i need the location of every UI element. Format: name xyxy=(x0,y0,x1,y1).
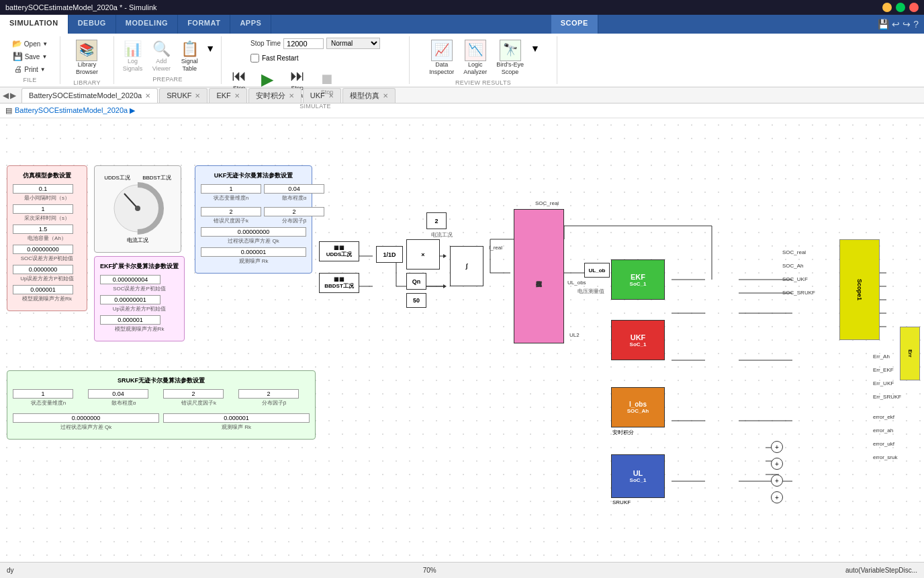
tab-ekf[interactable]: EKF ✕ xyxy=(209,88,246,103)
undo-icon[interactable]: ↩ xyxy=(892,19,900,30)
print-button[interactable]: 🖨 Print ▼ xyxy=(10,63,49,75)
tab-simulation[interactable]: SIMULATION xyxy=(0,15,68,34)
tab-srukf-close[interactable]: ✕ xyxy=(195,92,200,99)
tab-ahz-close[interactable]: ✕ xyxy=(289,92,294,99)
udds-source-block[interactable]: ▦▦ UDDS工况 xyxy=(319,241,359,261)
ukf-label-3: 错误尺度因子k xyxy=(201,217,261,224)
ukf-label-6: 观测噪声 Rk xyxy=(201,257,306,265)
close-button[interactable] xyxy=(909,3,919,12)
const-2-block[interactable]: 2 xyxy=(426,212,447,229)
sim-mode-select[interactable]: Normal Accelerator Rapid Accelerator xyxy=(326,38,380,49)
ukf-input-2[interactable] xyxy=(264,184,324,194)
soc-srukf-out-label: SOC_SRUKF xyxy=(782,290,815,296)
error-yellow-block[interactable]: Err xyxy=(900,327,920,380)
tab-scope[interactable]: SCOPE xyxy=(551,15,598,34)
ukf-input-3[interactable] xyxy=(201,207,261,216)
srukf-input-5[interactable] xyxy=(13,413,159,423)
tab-left-arrow[interactable]: ◀ xyxy=(3,91,9,100)
soc-real-out-label: SOC_real xyxy=(782,249,806,255)
tab-modeling[interactable]: MODELING xyxy=(116,15,178,34)
ekf-input-2[interactable] xyxy=(100,295,160,304)
ahz-block[interactable]: I_obs SOC_Ah xyxy=(611,387,665,427)
ukf-block[interactable]: UKF SoC_1 xyxy=(611,320,665,360)
model-sim-block[interactable]: 模型仿真 xyxy=(514,209,564,343)
log-signals-button[interactable]: 📊 LogSignals xyxy=(119,38,147,75)
sim-input-2[interactable] xyxy=(13,204,73,214)
open-button[interactable]: 📂 Open ▼ xyxy=(8,38,52,50)
open-label: Open xyxy=(24,40,40,48)
err-ukf-label: Err_UKF xyxy=(873,380,894,386)
file-buttons: 📂 Open ▼ 💾 Save ▼ 🖨 Print ▼ xyxy=(4,38,56,75)
fast-restart-checkbox[interactable] xyxy=(250,54,259,63)
ekf-block[interactable]: EKF SoC_1 xyxy=(611,259,665,300)
sim-input-1[interactable] xyxy=(13,184,73,194)
const-50-label: 50 xyxy=(413,297,420,304)
sim-input-4[interactable] xyxy=(13,245,73,254)
soc-ah-out-label: SOC_Ah xyxy=(782,263,804,269)
fast-restart-row: Fast Restart xyxy=(250,54,380,63)
srukf-input-2[interactable] xyxy=(88,389,148,399)
birds-eye-icon: 🔭 xyxy=(500,40,521,61)
electric-current-label: 电流工况 xyxy=(431,231,453,239)
srukf-input-4[interactable] xyxy=(238,389,299,399)
sim-input-5[interactable] xyxy=(13,265,73,274)
ukf-input-4[interactable] xyxy=(264,207,324,216)
minimize-button[interactable] xyxy=(882,3,892,12)
srukf-input-1[interactable] xyxy=(13,389,73,399)
sim-input-3[interactable] xyxy=(13,224,73,234)
signal-table-button[interactable]: 📋 SignalTable xyxy=(176,38,203,75)
tab-battery-model[interactable]: BatterySOCEstimateModel_2020a ✕ xyxy=(21,88,158,103)
tab-ekf-close[interactable]: ✕ xyxy=(234,92,240,99)
tab-debug[interactable]: DEBUG xyxy=(68,15,116,34)
add-viewer-button[interactable]: 🔍 AddViewer xyxy=(148,38,175,75)
simulink-canvas[interactable]: 仿真模型参数设置 最小间隔时间（s） 采次采样时间（s） 电池容量（Ah） SO… xyxy=(0,118,924,562)
stop-button[interactable]: ⏹ Stop xyxy=(314,69,340,97)
srukf-input-6[interactable] xyxy=(163,413,310,423)
tab-ekf-label: EKF xyxy=(216,91,230,99)
tab-model-sim[interactable]: 模型仿真 ✕ xyxy=(342,88,396,103)
data-inspector-label: DataInspector xyxy=(429,61,454,76)
data-inspector-button[interactable]: 📈 DataInspector xyxy=(425,38,458,78)
prepare-expand-icon[interactable]: ▼ xyxy=(204,38,216,54)
ekf-input-3[interactable] xyxy=(100,315,160,325)
sim-input-6[interactable] xyxy=(13,285,73,294)
sim-params-title: 仿真模型参数设置 xyxy=(13,171,81,180)
help-icon[interactable]: ? xyxy=(913,19,919,30)
ekf-input-1[interactable] xyxy=(100,275,160,284)
tab-srukf[interactable]: SRUKF ✕ xyxy=(159,88,207,103)
tab-model-sim-close[interactable]: ✕ xyxy=(383,92,388,99)
tab-format[interactable]: FORMAT xyxy=(178,15,230,34)
window-controls xyxy=(882,3,919,12)
srukf-block[interactable]: UL SoC_1 xyxy=(611,454,665,498)
const-50-block[interactable]: 50 xyxy=(406,293,426,308)
scope-yellow-block[interactable]: Scope1 xyxy=(839,239,880,340)
breadcrumb-text[interactable]: BatterySOCEstimateModel_2020a ▶ xyxy=(15,106,135,115)
redo-icon[interactable]: ↪ xyxy=(903,19,911,30)
stop-time-input[interactable] xyxy=(283,38,324,49)
svg-marker-33 xyxy=(443,284,447,288)
logic-analyzer-button[interactable]: 📉 LogicAnalyzer xyxy=(459,38,491,78)
step-back-icon: ⏮ xyxy=(232,67,246,85)
tab-apps[interactable]: APPS xyxy=(230,15,271,34)
ukf-input-1[interactable] xyxy=(201,184,261,194)
tab-ahz[interactable]: 安时积分 ✕ xyxy=(248,88,302,103)
tab-nav-arrows: ◀ ▶ xyxy=(3,91,16,100)
maximize-button[interactable] xyxy=(896,3,905,12)
srukf-input-3[interactable] xyxy=(163,389,224,399)
mux-block[interactable]: × xyxy=(406,239,440,270)
library-browser-button[interactable]: 📚 LibraryBrowser xyxy=(72,38,102,78)
qn-block[interactable]: Qn xyxy=(406,273,426,290)
oneD-block[interactable]: 1/1D xyxy=(376,246,403,263)
birds-eye-button[interactable]: 🔭 Bird's-EyeScope xyxy=(492,38,528,78)
ekf-block-title: EKF xyxy=(631,273,645,281)
integrator-block[interactable]: ∫ xyxy=(450,246,483,286)
ukf-input-5[interactable] xyxy=(201,227,306,237)
save-icon[interactable]: 💾 xyxy=(878,19,889,30)
save-button[interactable]: 💾 Save ▼ xyxy=(9,50,52,63)
tab-battery-model-close[interactable]: ✕ xyxy=(145,92,150,99)
tab-right-arrow[interactable]: ▶ xyxy=(10,91,16,100)
bbdst-source-block[interactable]: ▦▦ BBDST工况 xyxy=(319,273,359,293)
review-expand-icon[interactable]: ▼ xyxy=(529,38,541,54)
ukf-input-6[interactable] xyxy=(201,247,306,257)
ul-obs-block[interactable]: UL_ob xyxy=(584,263,610,278)
